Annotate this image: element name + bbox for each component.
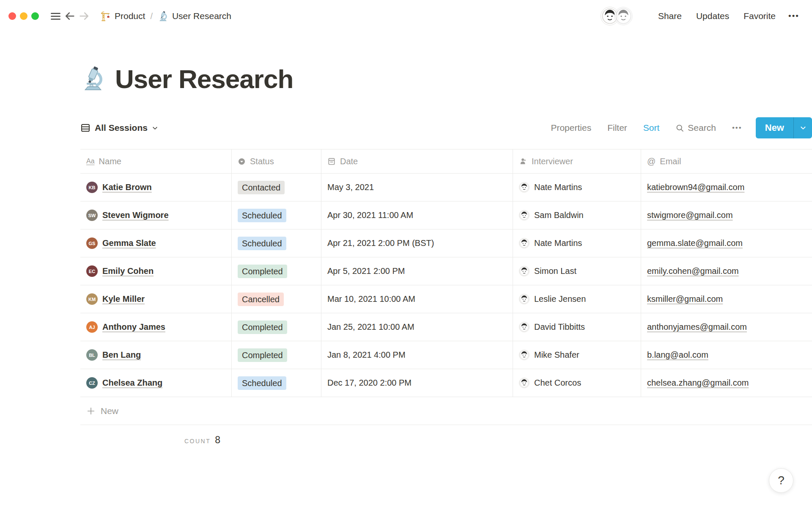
column-header-email[interactable]: @ Email: [641, 149, 812, 174]
person-name-link[interactable]: Kyle Miller: [102, 294, 145, 304]
email-link[interactable]: stwigmore@gmail.com: [647, 210, 733, 220]
name-cell[interactable]: KB Katie Brown: [80, 174, 231, 202]
column-header-name[interactable]: Aa Name: [80, 149, 231, 174]
status-badge: Scheduled: [238, 376, 286, 390]
count-aggregate[interactable]: COUNT 8: [80, 425, 231, 446]
email-link[interactable]: anthonyjames@gmail.com: [647, 322, 747, 332]
date-cell[interactable]: Mar 10, 2021 10:00 AM: [321, 285, 513, 313]
name-cell[interactable]: AJ Anthony James: [80, 313, 231, 341]
person-name-link[interactable]: Anthony James: [102, 322, 165, 332]
status-cell[interactable]: Completed: [231, 257, 321, 285]
view-switcher[interactable]: All Sessions: [80, 121, 161, 135]
person-name-link[interactable]: Chelsea Zhang: [102, 378, 162, 388]
breadcrumb-item-product[interactable]: Product: [97, 9, 148, 23]
interviewer-cell[interactable]: Sam Baldwin: [513, 202, 641, 229]
status-cell[interactable]: Scheduled: [231, 229, 321, 257]
properties-button[interactable]: Properties: [551, 123, 591, 133]
page-icon-microscope[interactable]: [80, 66, 106, 91]
status-cell[interactable]: Scheduled: [231, 369, 321, 397]
breadcrumb-current-label: User Research: [172, 11, 231, 21]
interviewer-name: Leslie Jensen: [534, 294, 586, 304]
date-cell[interactable]: Jan 25, 2021 10:00 AM: [321, 313, 513, 341]
name-cell[interactable]: KM Kyle Miller: [80, 285, 231, 313]
interviewer-cell[interactable]: Simon Last: [513, 257, 641, 285]
interviewer-cell[interactable]: Nate Martins: [513, 229, 641, 257]
date-cell[interactable]: Apr 21, 2021 2:00 PM (BST): [321, 229, 513, 257]
date-cell[interactable]: Jan 8, 2021 4:00 PM: [321, 341, 513, 369]
status-cell[interactable]: Completed: [231, 341, 321, 369]
updates-button[interactable]: Updates: [696, 11, 729, 21]
sidebar-menu-button[interactable]: [48, 9, 63, 23]
email-link[interactable]: emily.cohen@gmail.com: [647, 266, 739, 276]
view-more-options-icon[interactable]: •••: [732, 124, 742, 132]
column-header-interviewer[interactable]: Interviewer: [513, 149, 641, 174]
date-cell[interactable]: Apr 5, 2021 2:00 PM: [321, 257, 513, 285]
arrow-left-icon: [64, 10, 76, 22]
email-cell[interactable]: anthonyjames@gmail.com: [641, 313, 812, 341]
presence-avatar-2[interactable]: [614, 7, 633, 25]
help-button[interactable]: ?: [769, 468, 793, 493]
forward-button[interactable]: [77, 9, 91, 23]
more-options-icon[interactable]: •••: [788, 11, 799, 21]
person-name-link[interactable]: Gemma Slate: [102, 238, 156, 248]
email-link[interactable]: b.lang@aol.com: [647, 350, 708, 360]
person-name-link[interactable]: Ben Lang: [102, 350, 141, 360]
person-name-link[interactable]: Katie Brown: [102, 182, 152, 192]
favorite-button[interactable]: Favorite: [743, 11, 776, 21]
email-link[interactable]: ksmiller@gmail.com: [647, 294, 723, 304]
email-cell[interactable]: emily.cohen@gmail.com: [641, 257, 812, 285]
name-cell[interactable]: EC Emily Cohen: [80, 257, 231, 285]
back-button[interactable]: [63, 9, 77, 23]
email-cell[interactable]: b.lang@aol.com: [641, 341, 812, 369]
search-button[interactable]: Search: [675, 123, 716, 133]
date-cell[interactable]: Dec 17, 2020 2:00 PM: [321, 369, 513, 397]
email-cell[interactable]: chelsea.zhang@gmail.com: [641, 369, 812, 397]
status-cell[interactable]: Cancelled: [231, 285, 321, 313]
minimize-window-button[interactable]: [20, 12, 27, 20]
table-row: GS Gemma Slate Scheduled Apr 21, 2021 2:…: [80, 229, 812, 257]
email-link[interactable]: gemma.slate@gmail.com: [647, 238, 743, 248]
column-header-status[interactable]: Status: [231, 149, 321, 174]
close-window-button[interactable]: [8, 12, 16, 20]
sort-button[interactable]: Sort: [643, 123, 660, 133]
name-cell[interactable]: GS Gemma Slate: [80, 229, 231, 257]
text-property-icon: Aa: [86, 157, 95, 165]
interviewer-cell[interactable]: Chet Corcos: [513, 369, 641, 397]
name-cell[interactable]: CZ Chelsea Zhang: [80, 369, 231, 397]
status-cell[interactable]: Completed: [231, 313, 321, 341]
name-cell[interactable]: SW Steven Wigmore: [80, 202, 231, 229]
column-label: Status: [250, 157, 274, 166]
interviewer-cell[interactable]: Mike Shafer: [513, 341, 641, 369]
new-record-dropdown-button[interactable]: [793, 117, 812, 138]
person-name-link[interactable]: Emily Cohen: [102, 266, 154, 276]
status-badge: Contacted: [238, 181, 285, 194]
interviewer-cell[interactable]: Nate Martins: [513, 174, 641, 202]
email-cell[interactable]: stwigmore@gmail.com: [641, 202, 812, 229]
date-cell[interactable]: Apr 30, 2021 11:00 AM: [321, 202, 513, 229]
share-button[interactable]: Share: [658, 11, 682, 21]
interviewer-avatar: [519, 238, 529, 248]
email-link[interactable]: chelsea.zhang@gmail.com: [647, 378, 749, 388]
avatar-initials: KB: [89, 185, 96, 190]
new-record-button[interactable]: New: [756, 117, 793, 138]
email-cell[interactable]: ksmiller@gmail.com: [641, 285, 812, 313]
page-title[interactable]: User Research: [115, 64, 293, 94]
interviewer-cell[interactable]: Leslie Jensen: [513, 285, 641, 313]
search-icon: [675, 124, 684, 133]
email-cell[interactable]: gemma.slate@gmail.com: [641, 229, 812, 257]
column-header-date[interactable]: Date: [321, 149, 513, 174]
interviewer-avatar: [519, 182, 529, 193]
breadcrumb-item-user-research[interactable]: User Research: [155, 10, 234, 23]
add-new-row-button[interactable]: New: [80, 397, 812, 425]
email-link[interactable]: katiebrown94@gmail.com: [647, 182, 744, 192]
date-cell[interactable]: May 3, 2021: [321, 174, 513, 202]
person-name-link[interactable]: Steven Wigmore: [102, 210, 169, 220]
email-cell[interactable]: katiebrown94@gmail.com: [641, 174, 812, 202]
status-cell[interactable]: Scheduled: [231, 202, 321, 229]
filter-button[interactable]: Filter: [607, 123, 627, 133]
zoom-window-button[interactable]: [31, 12, 39, 20]
status-cell[interactable]: Contacted: [231, 174, 321, 202]
arrow-right-icon: [78, 10, 90, 22]
name-cell[interactable]: BL Ben Lang: [80, 341, 231, 369]
interviewer-cell[interactable]: David Tibbitts: [513, 313, 641, 341]
